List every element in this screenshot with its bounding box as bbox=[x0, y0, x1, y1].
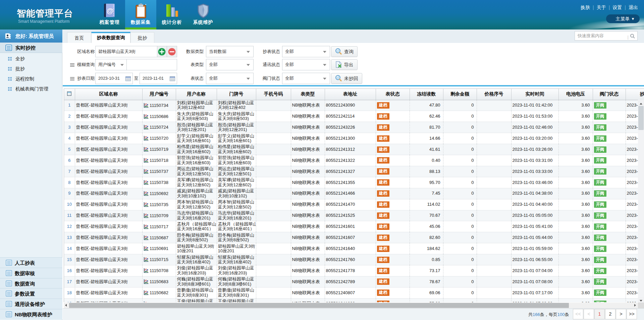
svg-text:@: @ bbox=[107, 7, 113, 14]
